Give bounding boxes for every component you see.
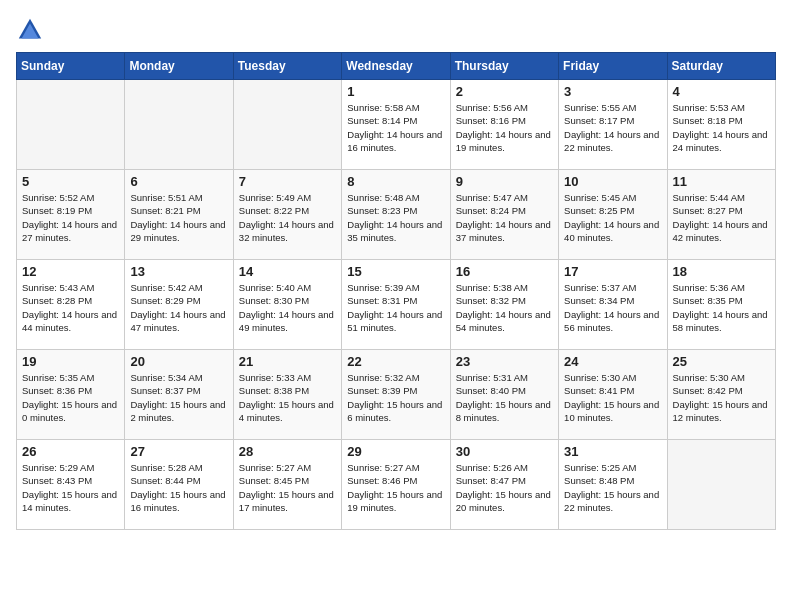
daylight-text: Daylight: 14 hours and 47 minutes.	[130, 308, 227, 335]
calendar-cell: 28Sunrise: 5:27 AMSunset: 8:45 PMDayligh…	[233, 440, 341, 530]
date-number: 22	[347, 354, 444, 369]
sunset-text: Sunset: 8:27 PM	[673, 204, 770, 217]
sunset-text: Sunset: 8:22 PM	[239, 204, 336, 217]
calendar-cell: 20Sunrise: 5:34 AMSunset: 8:37 PMDayligh…	[125, 350, 233, 440]
daylight-text: Daylight: 15 hours and 16 minutes.	[130, 488, 227, 515]
calendar-cell: 3Sunrise: 5:55 AMSunset: 8:17 PMDaylight…	[559, 80, 667, 170]
calendar-cell: 2Sunrise: 5:56 AMSunset: 8:16 PMDaylight…	[450, 80, 558, 170]
daylight-text: Daylight: 14 hours and 51 minutes.	[347, 308, 444, 335]
cell-info: Sunrise: 5:43 AMSunset: 8:28 PMDaylight:…	[22, 281, 119, 334]
cell-info: Sunrise: 5:49 AMSunset: 8:22 PMDaylight:…	[239, 191, 336, 244]
cell-info: Sunrise: 5:36 AMSunset: 8:35 PMDaylight:…	[673, 281, 770, 334]
cell-info: Sunrise: 5:27 AMSunset: 8:45 PMDaylight:…	[239, 461, 336, 514]
header-row: SundayMondayTuesdayWednesdayThursdayFrid…	[17, 53, 776, 80]
calendar-cell: 23Sunrise: 5:31 AMSunset: 8:40 PMDayligh…	[450, 350, 558, 440]
date-number: 29	[347, 444, 444, 459]
date-number: 19	[22, 354, 119, 369]
sunset-text: Sunset: 8:31 PM	[347, 294, 444, 307]
date-number: 24	[564, 354, 661, 369]
cell-info: Sunrise: 5:44 AMSunset: 8:27 PMDaylight:…	[673, 191, 770, 244]
daylight-text: Daylight: 14 hours and 44 minutes.	[22, 308, 119, 335]
sunrise-text: Sunrise: 5:52 AM	[22, 191, 119, 204]
daylight-text: Daylight: 14 hours and 49 minutes.	[239, 308, 336, 335]
sunset-text: Sunset: 8:43 PM	[22, 474, 119, 487]
sunrise-text: Sunrise: 5:31 AM	[456, 371, 553, 384]
sunrise-text: Sunrise: 5:28 AM	[130, 461, 227, 474]
daylight-text: Daylight: 15 hours and 4 minutes.	[239, 398, 336, 425]
day-header-sunday: Sunday	[17, 53, 125, 80]
sunrise-text: Sunrise: 5:30 AM	[673, 371, 770, 384]
date-number: 11	[673, 174, 770, 189]
sunrise-text: Sunrise: 5:29 AM	[22, 461, 119, 474]
daylight-text: Daylight: 15 hours and 19 minutes.	[347, 488, 444, 515]
daylight-text: Daylight: 15 hours and 8 minutes.	[456, 398, 553, 425]
calendar-week-2: 5Sunrise: 5:52 AMSunset: 8:19 PMDaylight…	[17, 170, 776, 260]
calendar-cell: 6Sunrise: 5:51 AMSunset: 8:21 PMDaylight…	[125, 170, 233, 260]
cell-info: Sunrise: 5:37 AMSunset: 8:34 PMDaylight:…	[564, 281, 661, 334]
cell-info: Sunrise: 5:34 AMSunset: 8:37 PMDaylight:…	[130, 371, 227, 424]
sunset-text: Sunset: 8:34 PM	[564, 294, 661, 307]
daylight-text: Daylight: 14 hours and 42 minutes.	[673, 218, 770, 245]
cell-info: Sunrise: 5:35 AMSunset: 8:36 PMDaylight:…	[22, 371, 119, 424]
cell-info: Sunrise: 5:39 AMSunset: 8:31 PMDaylight:…	[347, 281, 444, 334]
cell-info: Sunrise: 5:33 AMSunset: 8:38 PMDaylight:…	[239, 371, 336, 424]
sunrise-text: Sunrise: 5:53 AM	[673, 101, 770, 114]
sunset-text: Sunset: 8:37 PM	[130, 384, 227, 397]
day-header-wednesday: Wednesday	[342, 53, 450, 80]
sunset-text: Sunset: 8:24 PM	[456, 204, 553, 217]
cell-info: Sunrise: 5:53 AMSunset: 8:18 PMDaylight:…	[673, 101, 770, 154]
sunrise-text: Sunrise: 5:56 AM	[456, 101, 553, 114]
date-number: 30	[456, 444, 553, 459]
date-number: 16	[456, 264, 553, 279]
sunset-text: Sunset: 8:45 PM	[239, 474, 336, 487]
cell-info: Sunrise: 5:27 AMSunset: 8:46 PMDaylight:…	[347, 461, 444, 514]
sunrise-text: Sunrise: 5:51 AM	[130, 191, 227, 204]
daylight-text: Daylight: 14 hours and 32 minutes.	[239, 218, 336, 245]
daylight-text: Daylight: 14 hours and 19 minutes.	[456, 128, 553, 155]
calendar-cell: 26Sunrise: 5:29 AMSunset: 8:43 PMDayligh…	[17, 440, 125, 530]
calendar-cell: 9Sunrise: 5:47 AMSunset: 8:24 PMDaylight…	[450, 170, 558, 260]
date-number: 23	[456, 354, 553, 369]
date-number: 3	[564, 84, 661, 99]
cell-info: Sunrise: 5:31 AMSunset: 8:40 PMDaylight:…	[456, 371, 553, 424]
calendar-cell: 18Sunrise: 5:36 AMSunset: 8:35 PMDayligh…	[667, 260, 775, 350]
daylight-text: Daylight: 15 hours and 2 minutes.	[130, 398, 227, 425]
calendar-cell: 13Sunrise: 5:42 AMSunset: 8:29 PMDayligh…	[125, 260, 233, 350]
sunset-text: Sunset: 8:47 PM	[456, 474, 553, 487]
sunrise-text: Sunrise: 5:30 AM	[564, 371, 661, 384]
calendar-cell: 15Sunrise: 5:39 AMSunset: 8:31 PMDayligh…	[342, 260, 450, 350]
sunrise-text: Sunrise: 5:33 AM	[239, 371, 336, 384]
daylight-text: Daylight: 14 hours and 27 minutes.	[22, 218, 119, 245]
date-number: 15	[347, 264, 444, 279]
page-header	[16, 16, 776, 44]
daylight-text: Daylight: 15 hours and 0 minutes.	[22, 398, 119, 425]
date-number: 4	[673, 84, 770, 99]
calendar-cell: 4Sunrise: 5:53 AMSunset: 8:18 PMDaylight…	[667, 80, 775, 170]
cell-info: Sunrise: 5:25 AMSunset: 8:48 PMDaylight:…	[564, 461, 661, 514]
calendar-cell	[125, 80, 233, 170]
sunrise-text: Sunrise: 5:58 AM	[347, 101, 444, 114]
date-number: 31	[564, 444, 661, 459]
sunset-text: Sunset: 8:14 PM	[347, 114, 444, 127]
sunrise-text: Sunrise: 5:42 AM	[130, 281, 227, 294]
calendar-cell: 25Sunrise: 5:30 AMSunset: 8:42 PMDayligh…	[667, 350, 775, 440]
cell-info: Sunrise: 5:32 AMSunset: 8:39 PMDaylight:…	[347, 371, 444, 424]
sunrise-text: Sunrise: 5:36 AM	[673, 281, 770, 294]
calendar-week-3: 12Sunrise: 5:43 AMSunset: 8:28 PMDayligh…	[17, 260, 776, 350]
sunrise-text: Sunrise: 5:34 AM	[130, 371, 227, 384]
sunset-text: Sunset: 8:17 PM	[564, 114, 661, 127]
sunrise-text: Sunrise: 5:39 AM	[347, 281, 444, 294]
sunrise-text: Sunrise: 5:55 AM	[564, 101, 661, 114]
calendar-cell: 14Sunrise: 5:40 AMSunset: 8:30 PMDayligh…	[233, 260, 341, 350]
daylight-text: Daylight: 15 hours and 22 minutes.	[564, 488, 661, 515]
date-number: 8	[347, 174, 444, 189]
cell-info: Sunrise: 5:48 AMSunset: 8:23 PMDaylight:…	[347, 191, 444, 244]
date-number: 21	[239, 354, 336, 369]
sunset-text: Sunset: 8:30 PM	[239, 294, 336, 307]
calendar-cell: 22Sunrise: 5:32 AMSunset: 8:39 PMDayligh…	[342, 350, 450, 440]
sunset-text: Sunset: 8:35 PM	[673, 294, 770, 307]
date-number: 18	[673, 264, 770, 279]
logo	[16, 16, 48, 44]
calendar-cell	[667, 440, 775, 530]
calendar-cell: 1Sunrise: 5:58 AMSunset: 8:14 PMDaylight…	[342, 80, 450, 170]
